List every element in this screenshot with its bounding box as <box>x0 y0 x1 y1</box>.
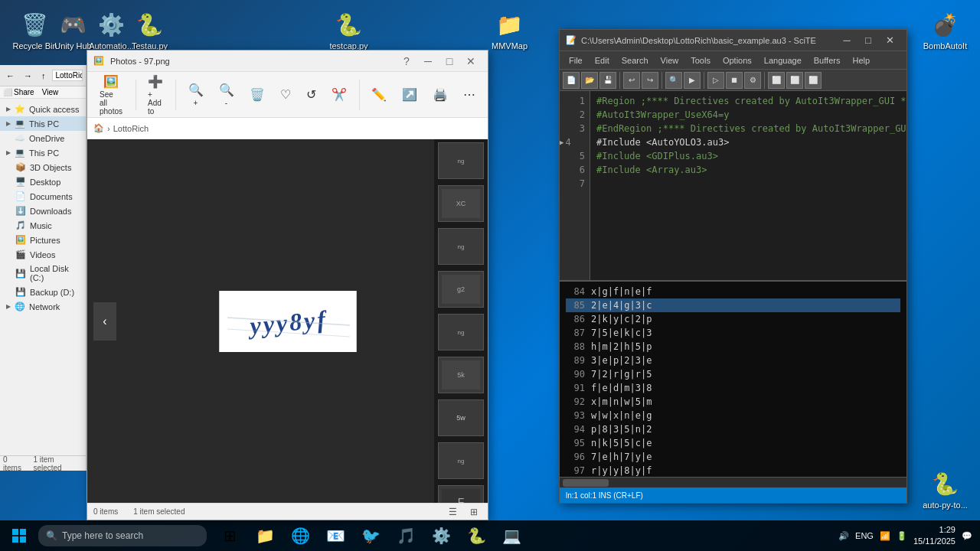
sidebar-local-c[interactable]: 💾 Local Disk (C:) <box>0 262 86 285</box>
add-to-btn[interactable]: ➕ + Add to <box>142 71 169 119</box>
menu-options[interactable]: Options <box>717 51 758 70</box>
menu-language[interactable]: Language <box>758 51 808 70</box>
sidebar-network[interactable]: ▶ 🌐 Network <box>0 299 86 314</box>
edit-btn[interactable]: ✏️ <box>365 84 393 105</box>
taskbar-search-box[interactable]: 🔍 Type here to search <box>38 525 207 546</box>
desktop-icon-bomb[interactable]: 💣 BombAutoIt <box>916 6 974 54</box>
taskbar-autoit[interactable]: ⚙️ <box>424 520 458 551</box>
tool-build[interactable]: ⚙ <box>744 72 761 89</box>
tool-find[interactable]: 🔍 <box>665 72 682 89</box>
desktop-icon-mmvmap[interactable]: 📁 MMVMap <box>481 6 538 54</box>
taskbar-groove[interactable]: 🎵 <box>389 520 423 551</box>
tool-run[interactable]: ▷ <box>707 72 724 89</box>
sidebar-quick-access[interactable]: ▶ ⭐ Quick access <box>0 102 86 116</box>
scite-close[interactable]: ✕ <box>879 30 900 51</box>
more-btn[interactable]: ⋯ <box>457 84 482 105</box>
sidebar-onedrive[interactable]: ▶ ☁️ OneDrive <box>0 131 86 145</box>
taskbar-edge[interactable]: 🌐 <box>283 520 317 551</box>
taskbar-network-icon[interactable]: 📶 <box>880 531 890 541</box>
photos-minimize-btn[interactable]: ─ <box>417 51 439 72</box>
scite-hscrollbar[interactable] <box>560 477 906 487</box>
menu-buffers[interactable]: Buffers <box>808 51 847 70</box>
delete-btn[interactable]: 🗑️ <box>243 84 271 105</box>
strip-thumb-1[interactable]: XC <box>438 185 484 222</box>
taskbar-file-explorer[interactable]: 📁 <box>248 520 282 551</box>
strip-thumb-5k[interactable]: 5k <box>438 357 484 393</box>
output-line-95: 95 n|k|5|5|c|e <box>566 436 900 450</box>
tool-misc1[interactable]: ⬜ <box>768 72 785 89</box>
tool-open[interactable]: 📂 <box>581 72 598 89</box>
sidebar-pictures[interactable]: 🖼️ Pictures <box>0 233 86 247</box>
code-editor[interactable]: #Region ;**** Directives created by Auto… <box>590 91 906 280</box>
strip-thumb-4[interactable]: ng <box>438 314 484 350</box>
sidebar-videos[interactable]: 🎬 Videos <box>0 247 86 262</box>
print-btn[interactable]: 🖨️ <box>426 84 454 105</box>
rotate-btn[interactable]: ↺ <box>300 84 322 105</box>
taskbar-task-view[interactable]: ⊞ <box>213 520 247 551</box>
menu-view[interactable]: View <box>655 51 685 70</box>
taskbar-volume-icon[interactable]: 🔊 <box>838 531 849 541</box>
tool-save[interactable]: 💾 <box>599 72 616 89</box>
bomb-label: BombAutoIt <box>923 41 967 51</box>
see-all-photos-btn[interactable]: 🖼️ See all photos <box>93 71 129 119</box>
zoom-in-btn[interactable]: 🔍 + <box>182 80 210 110</box>
share-tab[interactable]: Share <box>14 88 34 96</box>
taskbar-twitter[interactable]: 🐦 <box>354 520 387 551</box>
favorite-btn[interactable]: ♡ <box>274 84 297 105</box>
strip-thumb-5w[interactable]: 5w <box>438 399 484 436</box>
photos-maximize-btn[interactable]: □ <box>439 51 460 72</box>
strip-thumb-g2[interactable]: g2 <box>438 271 484 308</box>
menu-search[interactable]: Search <box>616 51 655 70</box>
nav-back-btn[interactable]: ← <box>3 71 18 80</box>
sidebar-backup-d[interactable]: 💾 Backup (D:) <box>0 285 86 299</box>
sidebar-this-pc[interactable]: ▶ 💻 This PC <box>0 116 86 131</box>
prev-photo-btn[interactable]: ‹ <box>93 302 116 341</box>
crop-btn[interactable]: ✂️ <box>325 84 353 105</box>
view-grid-btn[interactable]: ⊞ <box>466 504 482 520</box>
taskbar-python[interactable]: 🐍 <box>459 520 493 551</box>
menu-file[interactable]: File <box>563 51 589 70</box>
sidebar-3d-objects[interactable]: 📦 3D Objects <box>0 160 86 174</box>
scite-minimize[interactable]: ─ <box>836 30 858 51</box>
desktop-icon-testcap[interactable]: 🐍 testcap.py <box>320 6 377 54</box>
tool-find-next[interactable]: ▶ <box>684 72 701 89</box>
start-button[interactable] <box>0 520 38 551</box>
taskbar-clock[interactable]: 1:29 15/11/2025 <box>913 524 956 548</box>
photos-close-btn[interactable]: ✕ <box>460 51 482 72</box>
strip-thumb-0[interactable]: ng <box>438 142 484 179</box>
menu-help[interactable]: Help <box>846 51 876 70</box>
view-list-btn[interactable]: ☰ <box>445 504 460 520</box>
tool-misc3[interactable]: ⬜ <box>805 72 822 89</box>
taskbar-vscode[interactable]: 💻 <box>495 520 528 551</box>
nav-forward-btn[interactable]: → <box>21 71 35 80</box>
zoom-out-icon: 🔍 <box>219 83 234 97</box>
nav-up-btn[interactable]: ↑ <box>38 71 49 80</box>
zoom-out-btn[interactable]: 🔍 - <box>213 80 240 110</box>
menu-tools[interactable]: Tools <box>684 51 717 70</box>
taskbar-lang[interactable]: ENG <box>855 531 874 540</box>
taskbar-battery-icon[interactable]: 🔋 <box>897 531 907 541</box>
scite-scroll-thumb[interactable] <box>563 479 609 487</box>
tool-undo[interactable]: ↩ <box>623 72 640 89</box>
tool-stop[interactable]: ⏹ <box>726 72 743 89</box>
tool-redo[interactable]: ↪ <box>642 72 658 89</box>
sidebar-music[interactable]: 🎵 Music <box>0 218 86 233</box>
menu-edit[interactable]: Edit <box>589 51 616 70</box>
sidebar-downloads[interactable]: ⬇️ Downloads <box>0 204 86 218</box>
desktop-icon-autopy[interactable]: 🐍 auto-py-to... <box>916 465 974 513</box>
view-tab[interactable]: View <box>42 88 59 96</box>
strip-thumb-7[interactable]: ng <box>438 442 484 479</box>
strip-thumb-f[interactable]: F <box>438 485 484 503</box>
scite-maximize[interactable]: □ <box>858 30 879 51</box>
share-btn[interactable]: ↗️ <box>396 84 423 105</box>
sidebar-this-pc-2[interactable]: ▶ 💻 This PC <box>0 145 86 160</box>
notification-icon[interactable]: 💬 <box>962 531 972 541</box>
desktop-icon-testau[interactable]: 🐍 Testau.py <box>121 6 178 54</box>
taskbar-mail[interactable]: 📧 <box>318 520 352 551</box>
tool-new[interactable]: 📄 <box>563 72 580 89</box>
sidebar-documents[interactable]: 📄 Documents <box>0 189 86 204</box>
tool-misc2[interactable]: ⬜ <box>786 72 803 89</box>
strip-thumb-2[interactable]: ng <box>438 228 484 265</box>
sidebar-desktop[interactable]: 🖥️ Desktop <box>0 174 86 189</box>
photos-help-btn[interactable]: ? <box>396 51 417 72</box>
